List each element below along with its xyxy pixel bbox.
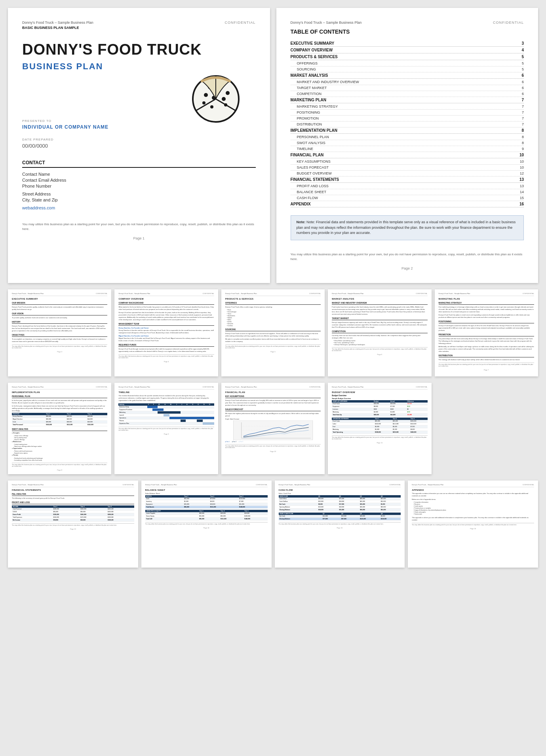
p3-s1: Our Mission xyxy=(12,302,107,305)
p8-s-3: - Diverse offerings xyxy=(13,439,107,441)
cover-plan-type: BASIC BUSINESS PLAN SAMPLE xyxy=(22,26,93,30)
list-item: Marketing $5,000 $5,500 $6,000 xyxy=(332,428,427,431)
p4-s3-text: Donny's Food Truck through investment an… xyxy=(118,348,214,353)
p13-pagenum: Page 14 xyxy=(145,527,268,529)
p3-pagenum: Page 3 xyxy=(12,351,107,353)
p15-title: APPENDIX xyxy=(412,489,534,491)
p8-s1: Personnel Plan xyxy=(12,395,107,398)
act2: Equipment Purchase xyxy=(118,408,147,411)
contact-address2: City, State and Zip xyxy=(22,198,256,202)
act6: Review xyxy=(118,419,147,422)
list-item: Closing Balance $18,000 $35,000 $60,000 … xyxy=(279,509,401,511)
toc-sales-forecast: SALES FORECAST10 xyxy=(291,165,524,171)
toc-market-overview: MARKET AND INDUSTRY OVERVIEW6 xyxy=(291,80,524,85)
p7-s3-text2: Additionally, we will have local flyers … xyxy=(439,346,534,353)
p6-s1-text: Food trucks have been operating in the f… xyxy=(332,306,427,315)
toc-footer-note: You may utilize this business plan as a … xyxy=(291,252,524,262)
p11-footer: You may utilize this business plan as a … xyxy=(332,435,427,441)
p7-s1-text2: Donny's Food Truck has plans to reach mo… xyxy=(439,314,534,319)
pnl-table: INCOME Year 1 Year 2 Year 3 Total Revenu… xyxy=(12,505,134,522)
p6-confidential: CONFIDENTIAL xyxy=(416,293,427,294)
cover-page-number: Page 1 xyxy=(22,236,256,240)
cover-header-left: Donny's Food Truck – Sample Business Pla… xyxy=(22,21,93,30)
p3-header: Donny's Food Truck – Sample Business Pla… xyxy=(12,293,107,296)
row-large: Donny's Food Truck – Sample Business Pla… xyxy=(8,8,538,283)
table-row: Cook $28,000 $30,000 $32,000 xyxy=(12,420,107,423)
contact-email: Contact Email Address xyxy=(22,178,256,182)
p11-title: BUDGET OVERVIEW xyxy=(332,391,427,393)
p10-header-left: Donny's Food Truck – Sample Business Pla… xyxy=(225,386,257,388)
p10-s1-text: Donny's Food Truck will achieve an annua… xyxy=(225,399,321,406)
cover-header-title: Donny's Food Truck – Sample Business Pla… xyxy=(22,21,93,25)
p5-bullet4: • Sandwiches xyxy=(227,315,321,317)
p6-s2-text: Donny's target business capacity and rea… xyxy=(332,321,427,329)
toc-company-overview: COMPANY OVERVIEW4 xyxy=(291,48,524,53)
p7-s4-text: The strategy will distribute itself earl… xyxy=(439,359,534,361)
p14-footer: You may utilize this business plan as a … xyxy=(279,522,401,525)
p9-confidential: CONFIDENTIAL xyxy=(202,386,214,388)
toc-header: Donny's Food Truck – Sample Business Pla… xyxy=(291,21,524,25)
p15-a5: • Images & illustrations of products/dep… xyxy=(413,509,534,511)
p4-s2: Management Team xyxy=(118,323,214,326)
p12-pagenum: Page 13 xyxy=(12,528,134,530)
document-pages: Donny's Food Truck – Sample Business Pla… xyxy=(8,8,538,568)
p5-bullet1: • Pizza xyxy=(227,309,321,311)
p14-header-left: Donny's Food Truck – Sample Business Pla… xyxy=(279,484,310,486)
toc-products: PRODUCTS & SERVICES5 xyxy=(291,55,524,60)
bs-table2: LIABILITIES & EQUITY Year 1 Year 2 Year … xyxy=(145,510,268,520)
list-item: Opening Balance $10,000 $18,000 $35,000 … xyxy=(279,506,401,509)
p8-footer: You may utilize this business plan as a … xyxy=(12,463,107,468)
p5-pagenum: Page 5 xyxy=(225,351,321,353)
toc-header-title: Donny's Food Truck – Sample Business Pla… xyxy=(291,21,362,25)
p5-bullet6: • Sides xyxy=(227,319,321,321)
p6-header-left: Donny's Food Truck – Sample Business Pla… xyxy=(332,293,363,294)
p8-s1-text2: In the first year, management plans that… xyxy=(12,405,107,412)
p15-a7: • Testimonials xyxy=(413,513,534,515)
toc-page: Donny's Food Truck – Sample Business Pla… xyxy=(276,8,538,283)
p7-s3: Promotion xyxy=(439,333,534,336)
p5-bullet2: • Cheeseburger xyxy=(227,311,321,313)
p9-header: Donny's Food Truck – Sample Business Pla… xyxy=(118,386,214,389)
td-y2-2: $40,000 xyxy=(66,418,87,420)
list-item: Fuel $6,000 $6,500 $7,000 xyxy=(332,425,427,428)
p6-c3: • Johnny's Hamburgers, specializing in h… xyxy=(333,344,427,346)
list-item: Owner Equity $55,000 $91,000 $138,000 xyxy=(145,515,268,518)
p14-header: Donny's Food Truck – Sample Business Pla… xyxy=(279,484,401,487)
personnel-table: POSITION Year 1 Year 2 Year 3 Donny Sanc… xyxy=(12,413,107,426)
p8-s1-text: In the first year, payroll plan calls fo… xyxy=(12,399,107,404)
p3-title: EXECUTIVE SUMMARY xyxy=(12,298,107,300)
pizza-icon xyxy=(190,73,242,125)
p10-s2: Sales Forecast xyxy=(225,408,321,411)
p5-footer: You may utilize this business plan as a … xyxy=(225,344,321,350)
p5-bullet5: • Salads xyxy=(227,317,321,319)
page-10: Donny's Food Truck – Sample Business Pla… xyxy=(221,383,325,475)
page-15: Donny's Food Truck – Sample Business Pla… xyxy=(408,481,538,568)
contact-header: CONTACT xyxy=(22,160,256,168)
cover-confidential: CONFIDENTIAL xyxy=(224,21,255,25)
p10-s2-text: We expect the highest performance during… xyxy=(225,412,321,417)
list-item: Net Cash $8,000 $17,000 $25,000 $5,000 xyxy=(279,503,401,506)
p9-intro: The timeline illustrated below shows the… xyxy=(118,395,214,402)
p6-s3-text: Currently, there are two food trucks tha… xyxy=(332,334,427,339)
timeline-row: Operations xyxy=(118,416,214,419)
p15-legal: This appendix is where you can add addit… xyxy=(412,517,534,521)
p4-header: Donny's Food Truck – Sample Business Pla… xyxy=(118,293,214,296)
toc-timeline: TIMELINE9 xyxy=(291,147,524,152)
pizza-icon-wrapper xyxy=(190,73,242,126)
toc-marketing: MARKETING PLAN7 xyxy=(291,98,524,103)
p8-swot-t: ● Threats xyxy=(12,454,107,456)
list-item: Licenses $500 $500 $0 xyxy=(332,408,427,410)
p15-list-intro: Below are a list of appendix items: xyxy=(412,498,534,501)
p6-c2: • Taco Tums, specializing in tacos xyxy=(333,342,427,344)
p7-s4: Distribution xyxy=(439,354,534,357)
p12-header: Donny's Food Truck – Sample Business Pla… xyxy=(12,484,134,487)
act7: Expansion Plan xyxy=(118,422,147,425)
toc-marketing-strategy: MARKETING STRATEGY7 xyxy=(291,104,524,110)
p7-s3-text: Our partnerships with the local communit… xyxy=(439,338,534,345)
p4-s1-text: What started in the home kitchen of the … xyxy=(118,306,214,311)
p8-pagenum: Page 8 xyxy=(12,469,107,471)
toc-target-market: TARGET MARKET6 xyxy=(291,86,524,91)
p6-c1: • Pizza Palace, specializing in pizza xyxy=(333,340,427,342)
svg-point-7 xyxy=(204,93,208,97)
p3-s3-text: Donny's Food, developed from the home ki… xyxy=(12,325,107,332)
